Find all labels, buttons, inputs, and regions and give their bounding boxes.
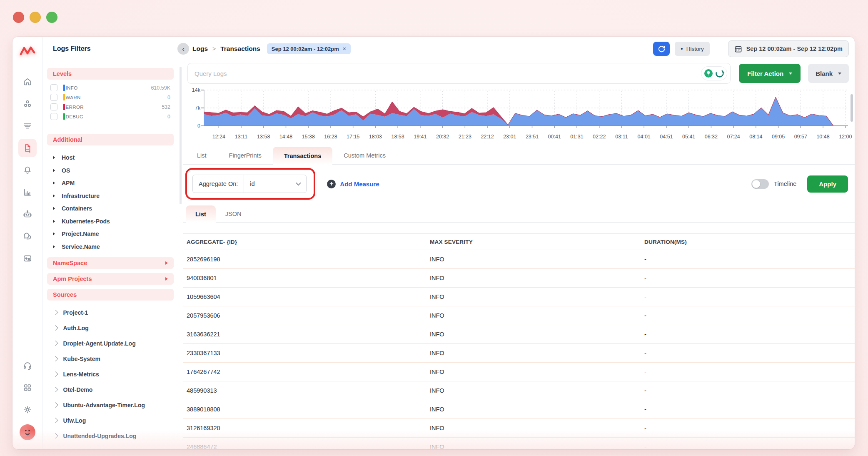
main-scrollbar[interactable] [851, 94, 853, 122]
additional-section-header[interactable]: Additional [47, 134, 174, 145]
collapse-panel-button[interactable]: ‹ [177, 43, 189, 55]
level-row[interactable]: INFO 610.59K [50, 83, 172, 93]
table-row[interactable]: 3889018808 INFO - [183, 400, 855, 419]
source-item[interactable]: Auth.Log [54, 320, 183, 336]
user-avatar[interactable] [20, 424, 35, 440]
view-tab[interactable]: Transactions [273, 147, 332, 165]
table-row[interactable]: 2330367133 INFO - [183, 344, 855, 363]
levels-section-label: Levels [53, 70, 72, 77]
aggregate-on-select[interactable]: id [244, 180, 296, 187]
filter-tree-label: Kubernetes-Pods [62, 218, 110, 225]
levels-section-header[interactable]: Levels [47, 68, 174, 80]
chip-close-icon[interactable]: × [343, 45, 346, 52]
filter-tree-item[interactable]: Project.Name [53, 228, 183, 241]
refresh-button[interactable] [653, 42, 670, 56]
nav-services-icon[interactable] [18, 95, 37, 113]
filter-tree-item[interactable]: Host [53, 151, 183, 164]
chart-plot-area[interactable]: 12:2413:1113:5814:4815:3816:2817:1518:03… [204, 89, 848, 132]
filter-action-button[interactable]: Filter Action [739, 64, 801, 83]
collapsed-section-header[interactable]: Apm Projects [47, 273, 174, 285]
insight-bulb-icon[interactable] [703, 68, 713, 78]
level-row[interactable]: ERROR 532 [50, 102, 172, 112]
date-range-picker[interactable]: Sep 12 00:02am - Sep 12 12:02pm [728, 40, 849, 57]
middleware-logo-icon[interactable] [20, 46, 35, 58]
table-row[interactable]: 1764267742 INFO - [183, 363, 855, 381]
blank-button[interactable]: Blank [808, 64, 849, 83]
nav-alerts-icon[interactable] [18, 161, 37, 179]
source-item[interactable]: Droplet-Agent.Update.Log [54, 336, 183, 351]
x-tick-label: 09:57 [794, 134, 807, 140]
source-item[interactable]: Lens-Metrics [54, 366, 183, 382]
level-checkbox[interactable] [50, 84, 57, 91]
source-label: Droplet-Agent.Update.Log [63, 340, 136, 347]
query-assist-icon[interactable] [715, 68, 725, 78]
nav-home-icon[interactable] [18, 73, 37, 91]
level-count: 532 [162, 104, 172, 110]
apps-grid-icon[interactable] [18, 378, 37, 397]
table-row[interactable]: 3163636221 INFO - [183, 325, 855, 344]
source-item[interactable]: Otel-Demo [54, 382, 183, 397]
view-tab[interactable]: List [186, 147, 218, 164]
table-row[interactable]: 246886472 INFO - [183, 438, 855, 449]
cell-max-severity: INFO [430, 350, 644, 356]
filter-tree-item[interactable]: Service.Name [53, 241, 183, 253]
chevron-right-icon [53, 310, 58, 315]
source-item[interactable]: Project-1 [54, 305, 183, 320]
sources-section-header[interactable]: Sources [47, 289, 174, 301]
table-row[interactable]: 2057953606 INFO - [183, 306, 855, 325]
source-item[interactable]: Kube-System [54, 351, 183, 366]
level-row[interactable]: DEBUG 0 [50, 112, 172, 121]
result-subtab[interactable]: List [186, 205, 216, 223]
filter-tree-item[interactable]: Containers [53, 202, 183, 215]
level-checkbox[interactable] [50, 103, 57, 110]
view-tab[interactable]: Custom Metrics [332, 147, 397, 164]
view-tab-label: Custom Metrics [344, 152, 386, 159]
result-subtab[interactable]: JSON [216, 205, 251, 222]
support-headset-icon[interactable] [18, 356, 37, 375]
cell-duration: - [644, 275, 855, 281]
close-window-button[interactable] [13, 12, 24, 23]
x-tick-label: 23:01 [503, 134, 516, 140]
nav-ai-assistant-icon[interactable] [18, 205, 37, 223]
nav-dashboards-icon[interactable] [18, 183, 37, 201]
filter-tree-item[interactable]: Infrastructure [53, 190, 183, 203]
minimize-window-button[interactable] [30, 12, 41, 23]
cell-max-severity: INFO [430, 256, 644, 263]
nav-logs-icon[interactable] [18, 139, 37, 157]
level-checkbox[interactable] [50, 113, 57, 120]
source-item[interactable]: Ufw.Log [54, 413, 183, 428]
timeline-toggle[interactable] [751, 179, 769, 189]
filter-tree-item[interactable]: Kubernetes-Pods [53, 215, 183, 228]
table-row[interactable]: 3126169320 INFO - [183, 419, 855, 438]
cell-aggregate-id: 2852696198 [187, 256, 430, 263]
level-checkbox[interactable] [50, 94, 57, 101]
source-item[interactable]: Unattended-Upgrades.Log [54, 428, 183, 443]
x-tick-label: 04:01 [638, 134, 651, 140]
settings-gear-icon[interactable] [18, 401, 37, 419]
source-item[interactable]: Ubuntu-Advantage-Timer.Log [54, 397, 183, 413]
nav-chat-icon[interactable] [18, 227, 37, 246]
filters-scrollbar[interactable] [180, 67, 182, 204]
history-button[interactable]: ● History [675, 42, 709, 56]
apply-button[interactable]: Apply [807, 175, 848, 193]
zoom-window-button[interactable] [46, 12, 57, 23]
filter-tree-item[interactable]: APM [53, 177, 183, 190]
nav-session-replay-icon[interactable] [18, 249, 37, 268]
collapsed-section-header[interactable]: NameSpace [47, 257, 174, 269]
add-measure-button[interactable]: + Add Measure [327, 180, 379, 188]
table-row[interactable]: 2852696198 INFO - [183, 250, 855, 269]
time-range-chip[interactable]: Sep 12 00:02am - 12:02pm × [267, 43, 351, 54]
breadcrumb-root[interactable]: Logs [192, 45, 208, 53]
view-tab[interactable]: FingerPrints [218, 147, 273, 164]
level-row[interactable]: WARN 0 [50, 93, 172, 102]
x-tick-label: 23:51 [526, 134, 539, 140]
query-logs-input[interactable] [187, 63, 731, 84]
chevron-right-icon [53, 341, 58, 346]
table-row[interactable]: 940036801 INFO - [183, 269, 855, 288]
levels-list: INFO 610.59K WARN 0 [50, 83, 183, 121]
aggregate-on-control[interactable]: Aggregate On: id [192, 175, 307, 193]
nav-log-stream-icon[interactable] [18, 117, 37, 135]
filter-tree-item[interactable]: OS [53, 164, 183, 177]
table-row[interactable]: 485990313 INFO - [183, 381, 855, 400]
table-row[interactable]: 1059663604 INFO - [183, 288, 855, 306]
